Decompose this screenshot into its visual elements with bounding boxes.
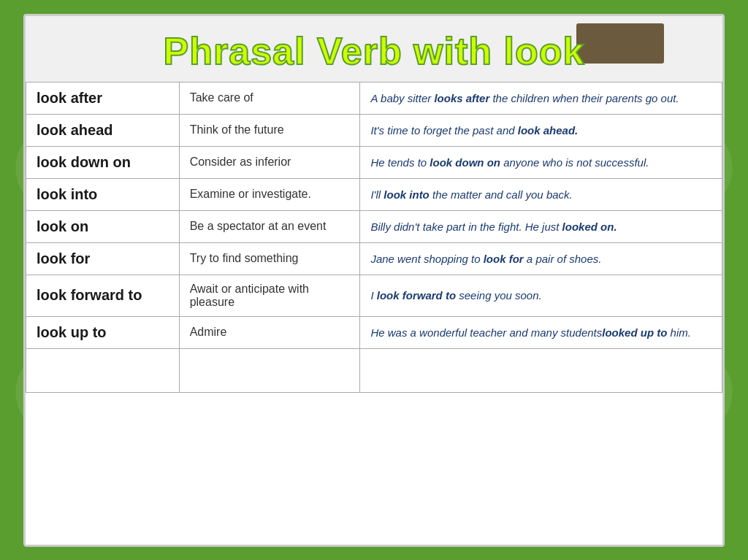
phrase-cell — [26, 348, 180, 392]
phrase-cell: look on — [26, 210, 180, 242]
definition-cell: Take care of — [179, 82, 360, 114]
title-area: Phrasal Verb with look — [26, 16, 722, 82]
definition-cell: Examine or investigate. — [179, 178, 360, 210]
phrase-cell: look into — [26, 178, 180, 210]
definition-cell: Be a spectator at an event — [179, 210, 360, 242]
table-row: look onBe a spectator at an eventBilly d… — [26, 210, 722, 242]
phrase-cell: look for — [26, 242, 180, 275]
main-card: Phrasal Verb with look look afterTake ca… — [23, 14, 725, 547]
table-container: look afterTake care ofA baby sitter look… — [26, 82, 722, 545]
example-cell: Jane went shopping to look for a pair of… — [360, 242, 722, 275]
table-row: look up toAdmireHe was a wonderful teach… — [26, 316, 722, 348]
page-title: Phrasal Verb with look — [33, 29, 715, 73]
example-cell: Billy didn't take part in the fight. He … — [360, 210, 722, 242]
definition-cell: Admire — [179, 316, 360, 348]
example-cell: He was a wonderful teacher and many stud… — [360, 316, 722, 348]
definition-cell: Try to find something — [179, 242, 360, 275]
table-row: look afterTake care ofA baby sitter look… — [26, 82, 722, 114]
example-cell: A baby sitter looks after the children w… — [360, 82, 722, 114]
phrasal-verbs-table: look afterTake care ofA baby sitter look… — [26, 82, 722, 393]
table-row: look forTry to find somethingJane went s… — [26, 242, 722, 275]
phrase-cell: look up to — [26, 316, 180, 348]
table-row — [26, 348, 722, 392]
example-cell: He tends to look down on anyone who is n… — [360, 146, 722, 178]
table-row: look aheadThink of the futureIt's time t… — [26, 114, 722, 146]
definition-cell: Think of the future — [179, 114, 360, 146]
example-cell: I look forward to seeing you soon. — [360, 275, 722, 316]
definition-cell — [179, 348, 360, 392]
phrase-cell: look forward to — [26, 275, 180, 316]
phrase-cell: look after — [26, 82, 180, 114]
table-row: look down onConsider as inferiorHe tends… — [26, 146, 722, 178]
phrase-cell: look down on — [26, 146, 180, 178]
table-row: look forward toAwait or anticipate with … — [26, 275, 722, 316]
phrase-cell: look ahead — [26, 114, 180, 146]
example-cell — [360, 348, 722, 392]
example-cell: I'll look into the matter and call you b… — [360, 178, 722, 210]
definition-cell: Await or anticipate with pleasure — [179, 275, 360, 316]
example-cell: It's time to forget the past and look ah… — [360, 114, 722, 146]
definition-cell: Consider as inferior — [179, 146, 360, 178]
table-row: look intoExamine or investigate.I'll loo… — [26, 178, 722, 210]
